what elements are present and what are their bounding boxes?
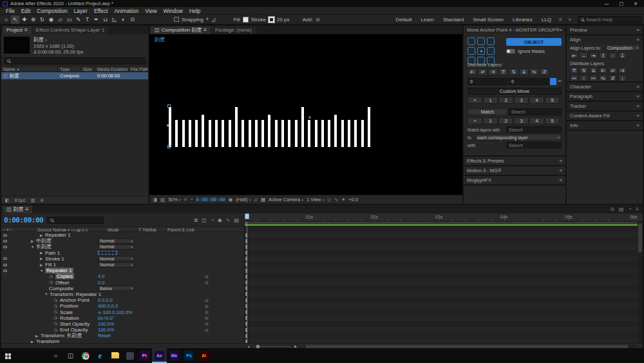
zoom-tool-icon[interactable]: ⊕ <box>29 15 37 24</box>
property-value[interactable]: 100.0% <box>98 321 114 327</box>
space-v-icon[interactable]: ⇵ <box>609 75 617 81</box>
tab-composition[interactable]: ◫ Composition 刻度 ≡ <box>151 26 211 34</box>
comp-breadcrumb[interactable]: 刻度 <box>155 36 165 43</box>
property-value[interactable]: ∞ 100.0,100.0% <box>98 309 133 315</box>
show-snapshot-icon[interactable]: ▥ <box>160 197 165 202</box>
workspace-tab[interactable]: Learn <box>417 17 438 23</box>
stopwatch-icon[interactable]: ◷ <box>53 298 59 303</box>
snap-target-icon[interactable]: ⌖ <box>206 16 209 23</box>
ai-app-icon[interactable]: Ai <box>196 348 211 363</box>
property-value[interactable]: 0.0,0.0 <box>98 297 113 303</box>
fast-previews-icon[interactable]: ∿ <box>334 197 338 202</box>
dist-top-icon[interactable]: ⇈ <box>570 67 578 74</box>
space-h-icon[interactable]: ⇆ <box>529 68 539 75</box>
panel-menu-icon[interactable]: ≡ <box>637 123 639 128</box>
dist-right-icon[interactable]: ⇉ <box>618 67 627 74</box>
pixel-aspect-icon[interactable]: ◇ <box>327 197 331 202</box>
menu-item[interactable]: Layer <box>71 8 91 14</box>
help-search[interactable]: Search Help <box>578 16 642 23</box>
panel-preview[interactable]: Preview≡ <box>567 26 643 34</box>
match-button[interactable]: Match <box>468 108 507 115</box>
dist-left-icon[interactable]: ⇇ <box>599 67 607 74</box>
tab-footage[interactable]: Footage: (none) <box>211 26 256 34</box>
keyframe-navigator-icon[interactable]: ◎ <box>205 304 209 309</box>
selected-item-name[interactable]: 刻度 ▾ <box>33 37 83 43</box>
move-preset-button[interactable]: 5 <box>545 97 560 104</box>
layer-property-name[interactable]: Stroke 1 <box>45 256 64 262</box>
blend-mode-dropdown[interactable]: Normal▾ <box>98 256 135 261</box>
layer-property-name[interactable]: Scale <box>60 309 73 315</box>
visibility-eye-icon[interactable] <box>1 264 9 266</box>
layer-property-name[interactable]: Position <box>60 303 78 309</box>
project-item-row[interactable]: ◫刻度 Composi... 0:00:06:00 <box>1 72 148 79</box>
layer-property-name[interactable]: Rotation <box>60 315 79 321</box>
match-preset-button[interactable]: 3 <box>514 117 529 124</box>
puppet-tool-icon[interactable]: ⊙ <box>128 15 137 24</box>
close-button[interactable]: ✕ <box>634 1 638 6</box>
frame-blending-icon[interactable]: ◉ <box>218 217 222 223</box>
expander-icon[interactable]: ▼ <box>40 269 45 273</box>
stroke-swatch[interactable] <box>269 17 274 23</box>
selection-tool-icon[interactable]: ↖ <box>11 15 19 24</box>
timeline-row[interactable]: ◷Start Opacity100.0%◎ <box>1 321 244 327</box>
app-icon[interactable] <box>122 348 137 363</box>
collapsed-panel-header[interactable]: Paragraph≡ <box>567 92 643 101</box>
move-preset-button[interactable]: 2 <box>498 97 513 104</box>
stopwatch-icon[interactable]: ◷ <box>49 280 55 285</box>
match-preset-button[interactable]: 4 <box>529 117 544 124</box>
property-value[interactable]: 400.0,0.0 <box>98 303 118 309</box>
layer-property-name[interactable]: Start Opacity <box>60 321 90 327</box>
property-value[interactable]: Reset <box>98 333 111 338</box>
layer-property-name[interactable]: Fill 1 <box>45 262 56 268</box>
preview-time[interactable]: 0:00:00:00 <box>196 197 225 202</box>
property-value[interactable]: 100.0% <box>98 327 114 333</box>
transparency-grid-icon[interactable]: ▦ <box>261 197 265 202</box>
move-preset-button[interactable]: 1 <box>483 97 498 104</box>
clone-stamp-tool-icon[interactable]: ⊔ <box>101 15 109 24</box>
panel-menu-icon[interactable]: ≡ <box>637 27 639 33</box>
timeline-row[interactable]: ▶Fill 1Normal▾ <box>1 262 244 268</box>
panel-menu-icon[interactable]: ≡ <box>560 168 562 173</box>
graph-row[interactable] <box>245 333 643 338</box>
keyframe-navigator-icon[interactable]: ◎ <box>205 309 209 315</box>
align-top-icon[interactable]: ↥ <box>599 52 607 59</box>
exposure-icon[interactable]: ✶ <box>341 197 345 202</box>
dist-center-v-icon[interactable]: ⇅ <box>509 68 518 75</box>
visibility-eye-icon[interactable] <box>1 246 9 248</box>
panel-menu-icon[interactable]: ≡ <box>560 177 562 183</box>
menu-item[interactable]: Composition <box>33 8 70 14</box>
graph-row[interactable] <box>245 286 643 291</box>
menu-item[interactable]: File <box>3 8 18 14</box>
hide-shy-icon[interactable]: ◔ <box>211 217 214 223</box>
roi-icon[interactable]: ▱ <box>254 197 258 202</box>
align-bottom-icon[interactable]: ↧ <box>618 52 627 59</box>
custom-move-header[interactable]: Custom Move <box>468 88 562 95</box>
graph-row[interactable] <box>245 315 643 321</box>
hand-tool-icon[interactable]: ✚ <box>20 15 28 24</box>
menu-item[interactable]: Edit <box>18 8 34 14</box>
composition-viewer[interactable]: 刻度 <box>149 34 462 195</box>
grid-guides-icon[interactable]: ⌗ <box>184 197 187 203</box>
timeline-row[interactable]: ▶Transform <box>1 338 244 343</box>
delete-icon[interactable]: ⊘ <box>40 198 44 203</box>
expander-icon[interactable]: ▼ <box>31 245 36 249</box>
dist-center-h-icon[interactable]: ⇄ <box>478 68 488 75</box>
graph-row[interactable] <box>245 262 643 268</box>
current-time-indicator[interactable] <box>245 213 249 219</box>
selection-handle[interactable] <box>167 104 171 108</box>
property-value[interactable]: 0.0 <box>98 280 104 286</box>
panel-menu-icon[interactable]: ≡ <box>24 26 28 34</box>
graph-row[interactable] <box>245 309 643 315</box>
layer-property-name[interactable]: Transform: Repeater 1 <box>50 291 101 297</box>
zoom-slider-thumb[interactable] <box>256 345 260 348</box>
timeline-row[interactable]: ◷Position400.0,0.0◎ <box>1 303 244 309</box>
camera-tool-icon[interactable]: ◉ <box>47 15 55 24</box>
graph-row[interactable] <box>245 338 643 343</box>
panel-menu-icon[interactable]: ≡ <box>636 206 639 212</box>
composite-dropdown[interactable]: Below▾ <box>98 286 135 291</box>
expander-icon[interactable]: ▶ <box>40 257 45 260</box>
graph-row[interactable] <box>245 250 643 256</box>
parent-link-header[interactable]: Parent & Link <box>167 228 194 232</box>
panel-menu-icon[interactable]: ≡ <box>26 206 29 213</box>
expander-icon[interactable]: ▶ <box>40 263 45 267</box>
